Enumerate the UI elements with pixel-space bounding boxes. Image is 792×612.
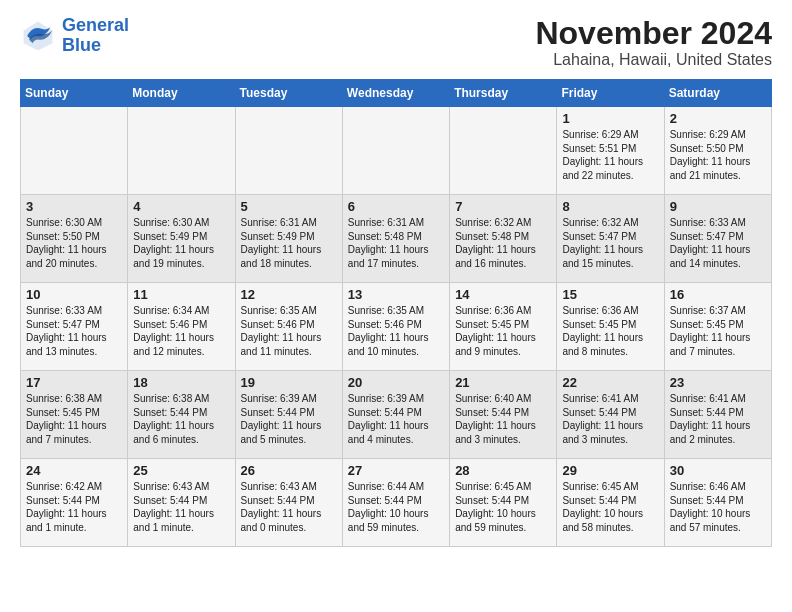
day-info: Sunrise: 6:34 AM Sunset: 5:46 PM Dayligh…: [133, 304, 229, 358]
day-number: 1: [562, 111, 658, 126]
day-number: 5: [241, 199, 337, 214]
logo: General Blue: [20, 16, 129, 56]
day-number: 22: [562, 375, 658, 390]
calendar-cell: 29Sunrise: 6:45 AM Sunset: 5:44 PM Dayli…: [557, 459, 664, 547]
calendar-cell: 30Sunrise: 6:46 AM Sunset: 5:44 PM Dayli…: [664, 459, 771, 547]
day-number: 11: [133, 287, 229, 302]
day-info: Sunrise: 6:40 AM Sunset: 5:44 PM Dayligh…: [455, 392, 551, 446]
day-number: 25: [133, 463, 229, 478]
calendar-cell: 7Sunrise: 6:32 AM Sunset: 5:48 PM Daylig…: [450, 195, 557, 283]
day-info: Sunrise: 6:46 AM Sunset: 5:44 PM Dayligh…: [670, 480, 766, 534]
day-number: 29: [562, 463, 658, 478]
calendar-cell: 20Sunrise: 6:39 AM Sunset: 5:44 PM Dayli…: [342, 371, 449, 459]
calendar-cell: 10Sunrise: 6:33 AM Sunset: 5:47 PM Dayli…: [21, 283, 128, 371]
day-info: Sunrise: 6:43 AM Sunset: 5:44 PM Dayligh…: [241, 480, 337, 534]
day-info: Sunrise: 6:29 AM Sunset: 5:50 PM Dayligh…: [670, 128, 766, 182]
col-header-saturday: Saturday: [664, 80, 771, 107]
day-number: 2: [670, 111, 766, 126]
day-info: Sunrise: 6:29 AM Sunset: 5:51 PM Dayligh…: [562, 128, 658, 182]
day-number: 26: [241, 463, 337, 478]
day-info: Sunrise: 6:45 AM Sunset: 5:44 PM Dayligh…: [455, 480, 551, 534]
day-info: Sunrise: 6:41 AM Sunset: 5:44 PM Dayligh…: [670, 392, 766, 446]
day-number: 12: [241, 287, 337, 302]
day-number: 20: [348, 375, 444, 390]
day-info: Sunrise: 6:38 AM Sunset: 5:45 PM Dayligh…: [26, 392, 122, 446]
calendar-cell: 23Sunrise: 6:41 AM Sunset: 5:44 PM Dayli…: [664, 371, 771, 459]
page: General Blue November 2024 Lahaina, Hawa…: [0, 0, 792, 567]
day-number: 9: [670, 199, 766, 214]
day-info: Sunrise: 6:35 AM Sunset: 5:46 PM Dayligh…: [241, 304, 337, 358]
day-number: 3: [26, 199, 122, 214]
day-number: 16: [670, 287, 766, 302]
calendar-cell: 14Sunrise: 6:36 AM Sunset: 5:45 PM Dayli…: [450, 283, 557, 371]
calendar-cell: 15Sunrise: 6:36 AM Sunset: 5:45 PM Dayli…: [557, 283, 664, 371]
logo-icon: [20, 18, 56, 54]
day-info: Sunrise: 6:43 AM Sunset: 5:44 PM Dayligh…: [133, 480, 229, 534]
calendar-table: SundayMondayTuesdayWednesdayThursdayFrid…: [20, 79, 772, 547]
calendar-cell: 5Sunrise: 6:31 AM Sunset: 5:49 PM Daylig…: [235, 195, 342, 283]
title-block: November 2024 Lahaina, Hawaii, United St…: [535, 16, 772, 69]
calendar-cell: 9Sunrise: 6:33 AM Sunset: 5:47 PM Daylig…: [664, 195, 771, 283]
calendar-cell: 19Sunrise: 6:39 AM Sunset: 5:44 PM Dayli…: [235, 371, 342, 459]
day-number: 23: [670, 375, 766, 390]
day-number: 28: [455, 463, 551, 478]
day-number: 17: [26, 375, 122, 390]
calendar-header-row: SundayMondayTuesdayWednesdayThursdayFrid…: [21, 80, 772, 107]
col-header-thursday: Thursday: [450, 80, 557, 107]
day-info: Sunrise: 6:33 AM Sunset: 5:47 PM Dayligh…: [26, 304, 122, 358]
calendar-cell: [342, 107, 449, 195]
day-info: Sunrise: 6:45 AM Sunset: 5:44 PM Dayligh…: [562, 480, 658, 534]
day-number: 30: [670, 463, 766, 478]
calendar-week-row: 17Sunrise: 6:38 AM Sunset: 5:45 PM Dayli…: [21, 371, 772, 459]
calendar-cell: 21Sunrise: 6:40 AM Sunset: 5:44 PM Dayli…: [450, 371, 557, 459]
day-number: 8: [562, 199, 658, 214]
day-info: Sunrise: 6:39 AM Sunset: 5:44 PM Dayligh…: [241, 392, 337, 446]
calendar-week-row: 10Sunrise: 6:33 AM Sunset: 5:47 PM Dayli…: [21, 283, 772, 371]
calendar-cell: 1Sunrise: 6:29 AM Sunset: 5:51 PM Daylig…: [557, 107, 664, 195]
calendar-cell: 24Sunrise: 6:42 AM Sunset: 5:44 PM Dayli…: [21, 459, 128, 547]
day-number: 24: [26, 463, 122, 478]
calendar-week-row: 3Sunrise: 6:30 AM Sunset: 5:50 PM Daylig…: [21, 195, 772, 283]
logo-text: General Blue: [62, 16, 129, 56]
day-number: 6: [348, 199, 444, 214]
page-title: November 2024: [535, 16, 772, 51]
header: General Blue November 2024 Lahaina, Hawa…: [20, 16, 772, 69]
day-info: Sunrise: 6:38 AM Sunset: 5:44 PM Dayligh…: [133, 392, 229, 446]
col-header-monday: Monday: [128, 80, 235, 107]
calendar-cell: 22Sunrise: 6:41 AM Sunset: 5:44 PM Dayli…: [557, 371, 664, 459]
calendar-cell: [128, 107, 235, 195]
calendar-cell: 3Sunrise: 6:30 AM Sunset: 5:50 PM Daylig…: [21, 195, 128, 283]
day-info: Sunrise: 6:36 AM Sunset: 5:45 PM Dayligh…: [455, 304, 551, 358]
day-number: 4: [133, 199, 229, 214]
calendar-cell: 13Sunrise: 6:35 AM Sunset: 5:46 PM Dayli…: [342, 283, 449, 371]
day-number: 27: [348, 463, 444, 478]
day-number: 13: [348, 287, 444, 302]
day-info: Sunrise: 6:31 AM Sunset: 5:48 PM Dayligh…: [348, 216, 444, 270]
calendar-cell: 26Sunrise: 6:43 AM Sunset: 5:44 PM Dayli…: [235, 459, 342, 547]
calendar-cell: [450, 107, 557, 195]
day-info: Sunrise: 6:37 AM Sunset: 5:45 PM Dayligh…: [670, 304, 766, 358]
calendar-cell: [21, 107, 128, 195]
calendar-cell: [235, 107, 342, 195]
day-number: 18: [133, 375, 229, 390]
calendar-cell: 18Sunrise: 6:38 AM Sunset: 5:44 PM Dayli…: [128, 371, 235, 459]
col-header-friday: Friday: [557, 80, 664, 107]
day-number: 15: [562, 287, 658, 302]
day-number: 19: [241, 375, 337, 390]
calendar-cell: 27Sunrise: 6:44 AM Sunset: 5:44 PM Dayli…: [342, 459, 449, 547]
calendar-cell: 16Sunrise: 6:37 AM Sunset: 5:45 PM Dayli…: [664, 283, 771, 371]
day-info: Sunrise: 6:36 AM Sunset: 5:45 PM Dayligh…: [562, 304, 658, 358]
day-number: 7: [455, 199, 551, 214]
day-info: Sunrise: 6:30 AM Sunset: 5:49 PM Dayligh…: [133, 216, 229, 270]
col-header-wednesday: Wednesday: [342, 80, 449, 107]
day-info: Sunrise: 6:30 AM Sunset: 5:50 PM Dayligh…: [26, 216, 122, 270]
day-info: Sunrise: 6:32 AM Sunset: 5:47 PM Dayligh…: [562, 216, 658, 270]
day-number: 14: [455, 287, 551, 302]
page-subtitle: Lahaina, Hawaii, United States: [535, 51, 772, 69]
calendar-cell: 2Sunrise: 6:29 AM Sunset: 5:50 PM Daylig…: [664, 107, 771, 195]
day-info: Sunrise: 6:42 AM Sunset: 5:44 PM Dayligh…: [26, 480, 122, 534]
col-header-sunday: Sunday: [21, 80, 128, 107]
day-info: Sunrise: 6:44 AM Sunset: 5:44 PM Dayligh…: [348, 480, 444, 534]
calendar-cell: 8Sunrise: 6:32 AM Sunset: 5:47 PM Daylig…: [557, 195, 664, 283]
day-info: Sunrise: 6:39 AM Sunset: 5:44 PM Dayligh…: [348, 392, 444, 446]
